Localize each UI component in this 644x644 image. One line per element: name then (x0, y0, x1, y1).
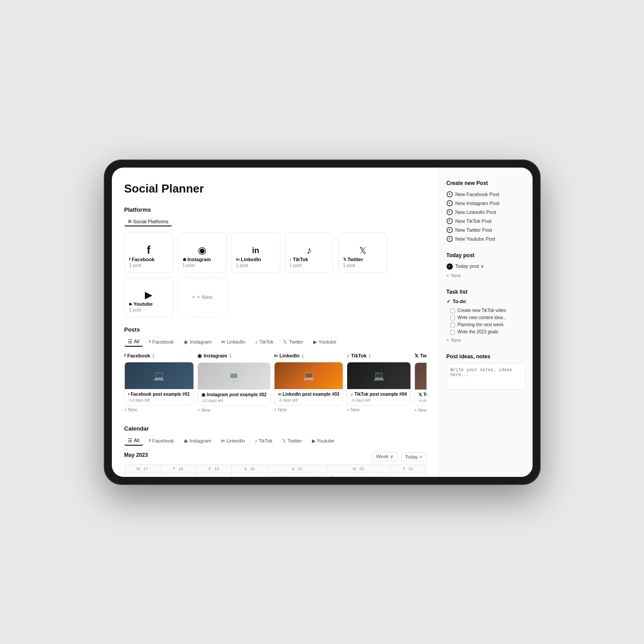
new-facebook-post-btn[interactable]: New Facebook Post (447, 190, 525, 199)
cal-event-youtube-06[interactable]: ▶ Youtube post example #06 (269, 475, 324, 477)
cal-fb-cell-icon: f (331, 476, 332, 477)
platform-card-youtube[interactable]: ▶ ▶ Youtube 1 post (124, 277, 173, 317)
tt-card-icon: ♪ (351, 392, 353, 397)
platform-card-tiktok[interactable]: ♪ ♪ TikTok 1 post (285, 233, 334, 273)
facebook-platform-count: 1 post (129, 263, 141, 268)
sidebar: Create new Post New Facebook Post New In… (439, 168, 533, 477)
task-checkbox-3[interactable] (450, 323, 455, 328)
platform-card-instagram[interactable]: ◉ ◉ Instagram 1 post (178, 233, 227, 273)
instagram-platform-count: 1 post (183, 263, 195, 268)
platform-card-linkedin[interactable]: in in LinkedIn 1 post (231, 233, 280, 273)
linkedin-platform-name: in LinkedIn (236, 257, 261, 262)
posts-filter-linkedin[interactable]: in LinkedIn (218, 338, 249, 346)
post-new-tiktok[interactable]: + New (347, 406, 410, 414)
task-checkbox-2[interactable] (450, 316, 455, 320)
linkedin-platform-count: 1 post (236, 263, 248, 268)
cal-filter-tiktok[interactable]: ♪ TikTok (251, 437, 276, 445)
twitter-platform-icon: 𝕏 (359, 245, 366, 256)
week-view-button[interactable]: Week ∨ (372, 452, 398, 461)
notes-textarea[interactable] (447, 363, 525, 390)
calendar-grid: W 17 T 18 F 19 S 20 S 21 M 22 T 23 (124, 464, 427, 477)
platform-card-twitter[interactable]: 𝕏 𝕏 Twitter 1 post (338, 233, 387, 273)
posts-section-title: Posts (124, 326, 427, 333)
posts-filter-instagram[interactable]: ◉ Instagram (180, 338, 215, 346)
post-card-twitter-05[interactable]: 💻 𝕏 Twitter post example #05 -4 days lef… (414, 362, 427, 406)
li-filter-icon: in (222, 340, 225, 344)
li-col-icon: in (274, 353, 278, 358)
post-new-twitter[interactable]: + New (414, 406, 427, 414)
cal-header-mon: M 22 (327, 465, 390, 473)
facebook-platform-name: f Facebook (129, 257, 155, 262)
cal-cell-17 (125, 473, 160, 477)
post-card-linkedin-03[interactable]: 💻 in LinkedIn post example #03 -3 days l… (274, 362, 343, 406)
calendar-section-title: Calendar (124, 425, 427, 432)
cal-cell-20 (232, 473, 267, 477)
new-ig-dot (447, 200, 453, 206)
post-card-instagram-02[interactable]: 💻 ◉ Instagram post example #02 -13 days … (197, 362, 271, 406)
platforms-filter-all[interactable]: ⊞ Social Platforms (124, 217, 172, 226)
cal-cell-22: f Facebook post example #01 (327, 473, 390, 477)
task-checkbox-1[interactable] (450, 308, 455, 313)
task-item-4: Write the 2023 goals (450, 328, 525, 336)
linkedin-platform-icon: in (252, 246, 259, 255)
posts-filter-all[interactable]: ☰ All (124, 337, 143, 347)
calendar-month: May 2023 (124, 452, 148, 458)
check-circle-icon: ✓ (447, 263, 453, 270)
main-content: Social Planner Platforms ⊞ Social Platfo… (112, 168, 439, 477)
post-new-facebook[interactable]: + New (124, 406, 194, 414)
posts-filter-youtube[interactable]: ▶ Youtube (310, 338, 340, 346)
device-frame: Social Planner Platforms ⊞ Social Platfo… (104, 160, 541, 485)
post-card-facebook-01[interactable]: 💻 f Facebook post example #01 -14 days l… (124, 362, 194, 406)
todo-check-icon: ✓ (447, 299, 451, 304)
notes-section: Post ideas, notes (447, 353, 525, 392)
plus-icon: + (447, 273, 449, 278)
new-youtube-post-btn[interactable]: New Youtube Post (447, 234, 525, 243)
create-post-title: Create new Post (447, 180, 525, 186)
new-platform-button[interactable]: + + New (178, 277, 227, 317)
cal-cell-23 (390, 473, 426, 477)
calendar-controls: Week ∨ Today > (372, 452, 427, 461)
today-post-add-btn[interactable]: + New (447, 271, 525, 280)
task-add-btn[interactable]: + New (447, 336, 525, 345)
cal-filter-facebook[interactable]: f Facebook (146, 437, 177, 445)
cal-filter-instagram[interactable]: ◉ Instagram (180, 437, 215, 445)
posts-section: Posts ☰ All f Facebook ◉ Instagram in Li… (124, 326, 427, 414)
instagram-platform-name: ◉ Instagram (183, 257, 211, 262)
today-button[interactable]: Today > (401, 452, 427, 461)
cal-cell-21: ▶ Youtube post example #06 (267, 473, 327, 477)
cal-yt-icon: ▶ (271, 476, 274, 477)
new-twitter-post-btn[interactable]: New Twitter Post (447, 226, 525, 234)
posts-filter-facebook[interactable]: f Facebook (146, 338, 177, 346)
new-tiktok-post-btn[interactable]: New TikTok Post (447, 217, 525, 226)
youtube-platform-name: ▶ Youtube (129, 301, 153, 307)
post-new-instagram[interactable]: + New (197, 406, 271, 414)
post-new-linkedin[interactable]: + New (274, 406, 343, 414)
post-card-img-facebook-01: 💻 (125, 362, 194, 389)
cal-header-wed: W 17 (125, 465, 160, 473)
post-card-tiktok-04[interactable]: 💻 ♪ TikTok post example #04 -9 days left (347, 362, 410, 406)
cal-filter-youtube[interactable]: ▶ Youtube (308, 437, 338, 445)
tw-col-icon: 𝕏 (414, 353, 418, 359)
task-checkbox-4[interactable] (450, 330, 455, 335)
cal-filter-linkedin[interactable]: in LinkedIn (217, 437, 249, 445)
cal-event-facebook-01[interactable]: f Facebook post example #01 (329, 475, 388, 477)
cal-header-sat: S 20 (232, 465, 267, 473)
post-card-img-tiktok-04: 💻 (347, 362, 410, 389)
new-linkedin-post-btn[interactable]: New LinkedIn Post (447, 208, 525, 217)
cal-filter-twitter[interactable]: 𝕏 Twitter (279, 437, 305, 445)
posts-filter-twitter[interactable]: 𝕏 Twitter (279, 338, 307, 346)
ig-filter-icon: ◉ (184, 339, 188, 345)
tiktok-platform-count: 1 post (290, 263, 302, 268)
cal-filter-all[interactable]: ☰ All (124, 436, 143, 446)
new-fb-dot (447, 191, 453, 197)
cal-header-fri: F 19 (196, 465, 232, 473)
today-post-item[interactable]: ✓ Today post ∨ (447, 262, 525, 271)
posts-column-tiktok: ♪ TikTok 1 💻 ♪ TikTok post example #04 (347, 353, 410, 414)
tiktok-platform-name: ♪ TikTok (290, 257, 308, 262)
post-card-img-instagram-02: 💻 (198, 363, 270, 390)
platform-card-facebook[interactable]: f f Facebook 1 post (124, 233, 173, 273)
platforms-grid: f f Facebook 1 post ◉ ◉ Instagram 1 post (124, 233, 427, 317)
posts-filter-tiktok[interactable]: ♪ TikTok (252, 338, 277, 346)
posts-column-facebook: f Facebook 1 💻 f Facebook post example #… (124, 353, 194, 414)
new-instagram-post-btn[interactable]: New Instagram Post (447, 199, 525, 208)
